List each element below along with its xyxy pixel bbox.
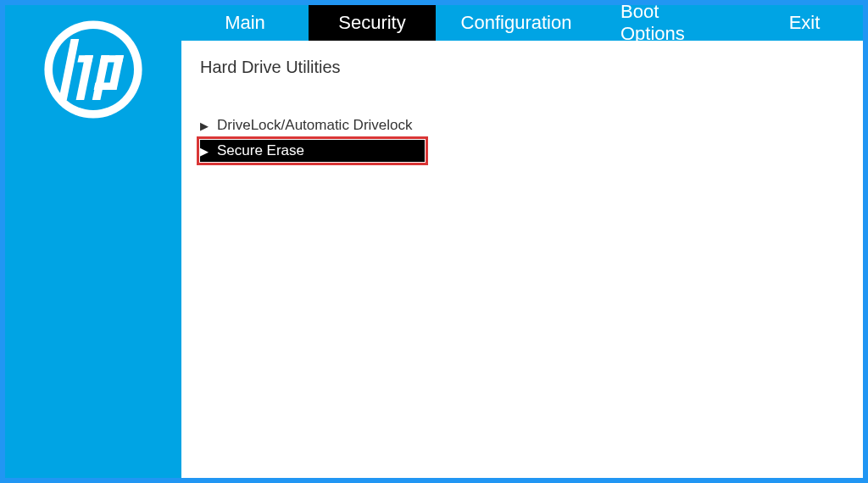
menu-list: ▶ DriveLock/Automatic Drivelock ▶ Secure…	[200, 114, 844, 162]
content-panel: Hard Drive Utilities ▶ DriveLock/Automat…	[181, 41, 863, 478]
tab-bar: Main Security Configuration Boot Options…	[181, 5, 863, 41]
hp-logo-icon	[42, 19, 144, 120]
page-title: Hard Drive Utilities	[200, 58, 844, 77]
tab-exit[interactable]: Exit	[749, 5, 860, 41]
menu-item-secure-erase[interactable]: ▶ Secure Erase	[200, 140, 425, 162]
tab-configuration[interactable]: Configuration	[436, 5, 597, 41]
sidebar	[5, 5, 181, 478]
main-area: Main Security Configuration Boot Options…	[181, 5, 863, 478]
bios-screen: Main Security Configuration Boot Options…	[5, 5, 863, 478]
menu-item-drivelock[interactable]: ▶ DriveLock/Automatic Drivelock	[200, 114, 425, 136]
menu-item-label: Secure Erase	[217, 142, 304, 159]
tab-security[interactable]: Security	[309, 5, 436, 41]
tab-boot-options[interactable]: Boot Options	[597, 5, 749, 41]
arrow-right-icon: ▶	[200, 119, 214, 132]
arrow-right-icon: ▶	[200, 145, 214, 158]
menu-item-label: DriveLock/Automatic Drivelock	[217, 117, 413, 134]
tab-main[interactable]: Main	[181, 5, 309, 41]
